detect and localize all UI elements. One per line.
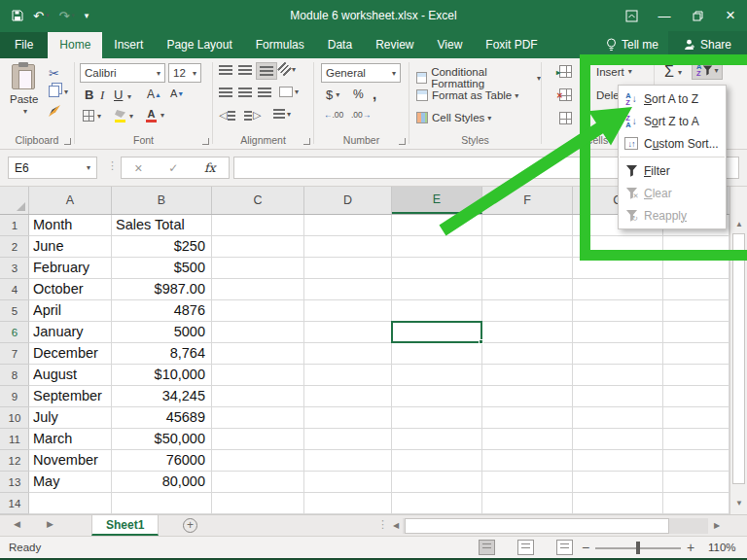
accounting-format-icon[interactable]: $▾ (326, 88, 339, 102)
tab-page-layout[interactable]: Page Layout (155, 32, 243, 58)
wrap-text-icon[interactable]: ▾ (273, 109, 291, 119)
row-header-4[interactable]: 4 (0, 279, 29, 300)
conditional-formatting-button[interactable]: Conditional Formatting▾ (416, 66, 541, 89)
horizontal-scroll-thumb[interactable] (405, 518, 669, 534)
insert-function-icon[interactable]: fx (204, 160, 216, 175)
increase-indent-icon[interactable]: ▷ (244, 109, 261, 122)
cancel-icon[interactable]: × (134, 160, 142, 176)
alignment-dialog-launcher[interactable] (303, 138, 310, 145)
shrink-font-button[interactable]: A▼ (170, 88, 184, 99)
cell-A12[interactable]: November (33, 450, 110, 472)
cell-B3[interactable]: $500 (116, 258, 205, 279)
page-break-view-icon[interactable] (556, 540, 573, 555)
comma-style-icon[interactable]: , (373, 86, 376, 102)
column-header-E[interactable]: E (392, 187, 482, 214)
cell-A4[interactable]: October (33, 279, 110, 300)
fill-color-icon[interactable]: ▾ (114, 110, 133, 122)
merge-center-icon[interactable]: ▾ (279, 87, 299, 97)
row-header-1[interactable]: 1 (0, 215, 29, 236)
page-layout-view-icon[interactable] (517, 540, 534, 555)
zoom-slider-handle[interactable] (636, 542, 640, 554)
align-center-icon[interactable] (238, 88, 252, 97)
row-header-12[interactable]: 12 (0, 450, 29, 472)
cell-B8[interactable]: $10,000 (116, 365, 205, 386)
cell-A7[interactable]: December (33, 343, 110, 365)
decrease-indent-icon[interactable]: ◁ (219, 109, 235, 122)
tab-data[interactable]: Data (316, 32, 364, 58)
new-sheet-icon[interactable]: + (183, 518, 197, 533)
scroll-right-icon[interactable]: ▶ (710, 518, 724, 534)
cell-A13[interactable]: May (33, 472, 110, 493)
font-color-icon[interactable]: A ▾ (145, 108, 164, 122)
cell-A8[interactable]: August (33, 365, 110, 386)
minimize-button[interactable]: — (648, 0, 681, 31)
selected-cell-E6[interactable] (391, 321, 482, 343)
sheet-nav-left-icon[interactable]: ◀ (14, 519, 20, 529)
orientation-icon[interactable]: ▾ (279, 64, 296, 74)
cell-B1[interactable]: Sales Total (116, 215, 205, 236)
clipboard-dialog-launcher[interactable] (64, 138, 71, 145)
cell-A1[interactable]: Month (33, 215, 110, 236)
cell-A2[interactable]: June (33, 236, 110, 258)
font-dialog-launcher[interactable] (202, 138, 209, 145)
zoom-in-icon[interactable]: + (687, 540, 694, 555)
fill-handle[interactable] (479, 339, 483, 344)
sheet-tab-sheet1[interactable]: Sheet1 (91, 515, 159, 536)
bottom-align-icon[interactable] (256, 62, 277, 80)
cut-icon[interactable]: ✂ (49, 66, 59, 81)
cell-B2[interactable]: $250 (116, 236, 205, 258)
column-header-B[interactable]: B (112, 187, 212, 214)
tab-home[interactable]: Home (48, 32, 102, 58)
cell-A9[interactable]: September (33, 386, 110, 407)
menu-item-sort-a-to-z[interactable]: AZ↓Sort A to Z (619, 88, 726, 110)
scroll-up-icon[interactable]: ▲ (730, 217, 747, 231)
bold-button[interactable]: B (85, 88, 93, 102)
column-header-C[interactable]: C (212, 187, 304, 214)
format-as-table-button[interactable]: Format as Table▾ (416, 89, 518, 101)
save-icon[interactable] (12, 10, 23, 21)
paste-button[interactable] (12, 64, 35, 89)
row-header-11[interactable]: 11 (0, 429, 29, 450)
cell-B13[interactable]: 80,000 (116, 472, 205, 493)
italic-button[interactable]: I (100, 88, 104, 103)
horizontal-scrollbar[interactable] (403, 518, 708, 534)
number-format-combo[interactable]: General▾ (321, 63, 401, 83)
vertical-scrollbar[interactable]: ▲ ▼ (729, 187, 747, 514)
column-header-A[interactable]: A (29, 187, 112, 214)
insert-cells-button[interactable]: ▸Insert▾ (559, 65, 632, 78)
autosum-button[interactable]: Σ▾ (664, 63, 682, 81)
font-size-combo[interactable]: 12▾ (168, 63, 201, 83)
sheet-nav-right-icon[interactable]: ▶ (47, 519, 53, 529)
middle-align-icon[interactable] (238, 65, 252, 75)
row-header-14[interactable]: 14 (0, 493, 29, 514)
worksheet-grid[interactable]: 1MonthSales Total2June$2503February$5004… (0, 215, 729, 514)
zoom-out-icon[interactable]: − (582, 540, 589, 555)
menu-item-custom-sort[interactable]: ↓↑Custom Sort... (619, 132, 726, 155)
cell-A3[interactable]: February (33, 258, 110, 279)
close-button[interactable]: × (714, 0, 747, 31)
increase-decimal-icon[interactable]: ←.00 (324, 110, 343, 120)
font-name-combo[interactable]: Calibri▾ (80, 63, 165, 83)
percent-style-icon[interactable]: % (353, 88, 364, 101)
tab-view[interactable]: View (426, 32, 475, 58)
row-header-7[interactable]: 7 (0, 343, 29, 365)
menu-item-sort-z-to-a[interactable]: ZA↓Sort Z to A (619, 110, 726, 132)
scroll-down-icon[interactable]: ▼ (730, 496, 747, 510)
row-header-3[interactable]: 3 (0, 258, 29, 279)
restore-button[interactable] (681, 0, 714, 31)
cell-B4[interactable]: $987.00 (116, 279, 205, 300)
cell-A6[interactable]: January (33, 322, 110, 343)
ribbon-display-options-icon[interactable] (615, 0, 648, 31)
align-right-icon[interactable] (258, 88, 271, 97)
column-header-F[interactable]: F (482, 187, 573, 214)
column-header-D[interactable]: D (304, 187, 392, 214)
tab-review[interactable]: Review (364, 32, 425, 58)
number-dialog-launcher[interactable] (399, 138, 406, 145)
tab-formulas[interactable]: Formulas (244, 32, 316, 58)
cell-B7[interactable]: 8,764 (116, 343, 205, 365)
tell-me-box[interactable]: Tell me (596, 32, 668, 58)
cell-B6[interactable]: 5000 (116, 322, 205, 343)
borders-icon[interactable]: ▾ (83, 110, 101, 122)
row-header-8[interactable]: 8 (0, 365, 29, 386)
cell-A11[interactable]: March (33, 429, 110, 450)
